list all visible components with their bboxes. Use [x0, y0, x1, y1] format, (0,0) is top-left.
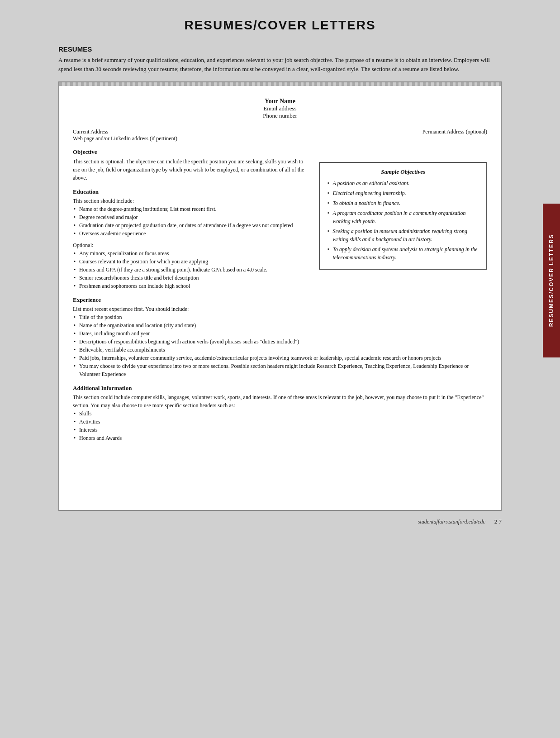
- additional-intro: This section could include computer skil…: [73, 393, 487, 409]
- list-item: Overseas academic experience: [73, 229, 310, 238]
- list-item: Honors and GPA (if they are a strong sel…: [73, 266, 310, 274]
- resume-phone: Phone number: [73, 112, 487, 119]
- experience-title: Experience: [73, 296, 487, 304]
- list-item: Activities: [73, 418, 487, 426]
- permanent-address-label: Permanent Address (optional): [422, 129, 487, 142]
- current-address-block: Current Address Web page and/or LinkedIn…: [73, 129, 177, 142]
- additional-section: Additional Information This section coul…: [73, 385, 487, 442]
- resume-right-col: Sample Objectives A position as an edito…: [319, 157, 487, 290]
- resume-template-box: Your Name Email address Phone number Cur…: [58, 81, 502, 511]
- education-list: Name of the degree-granting institutions…: [73, 205, 310, 238]
- list-item: Descriptions of responsibilities beginni…: [73, 338, 487, 346]
- list-item: Believable, verifiable accomplishments: [73, 346, 487, 354]
- list-item: You may choose to divide your experience…: [73, 362, 487, 378]
- experience-intro: List most recent experience first. You s…: [73, 305, 487, 313]
- list-item: Courses relevant to the position for whi…: [73, 257, 310, 266]
- sample-objectives-title: Sample Objectives: [326, 168, 480, 176]
- sample-objective-item: To obtain a position in finance.: [326, 199, 480, 207]
- education-title: Education: [73, 188, 310, 195]
- list-item: Degree received and major: [73, 213, 310, 221]
- list-item: Graduation date or projected graduation …: [73, 221, 310, 229]
- experience-section: Experience List most recent experience f…: [73, 296, 487, 378]
- list-item: Honors and Awards: [73, 434, 487, 442]
- education-optional-label: Optional:: [73, 241, 310, 249]
- additional-list: Skills Activities Interests Honors and A…: [73, 409, 487, 442]
- list-item: Title of the position: [73, 313, 487, 321]
- sample-objective-item: A position as an editorial assistant.: [326, 179, 480, 187]
- current-address-sub: Web page and/or LinkedIn address (if per…: [73, 135, 177, 142]
- list-item: Interests: [73, 426, 487, 434]
- list-item: Name of the organization and location (c…: [73, 321, 487, 329]
- side-tab-label: RESUMES/COVER LETTERS: [548, 234, 555, 327]
- footer-url: studentaffairs.stanford.edu/cdc: [418, 519, 485, 525]
- education-intro: This section should include:: [73, 197, 310, 205]
- resume-addresses: Current Address Web page and/or LinkedIn…: [73, 129, 487, 142]
- resumes-intro: A resume is a brief summary of your qual…: [58, 56, 502, 73]
- resume-header: Your Name Email address Phone number: [73, 98, 487, 119]
- current-address-label: Current Address: [73, 129, 177, 135]
- list-item: Dates, including month and year: [73, 329, 487, 338]
- resumes-heading: RESUMES: [58, 45, 502, 53]
- experience-list: Title of the position Name of the organi…: [73, 313, 487, 378]
- education-optional-list: Any minors, specialization or focus area…: [73, 249, 310, 290]
- objective-title: Objective: [73, 148, 487, 156]
- sample-objectives-list: A position as an editorial assistant. El…: [326, 179, 480, 262]
- sample-objective-item: To apply decision and systems analysis t…: [326, 245, 480, 262]
- list-item: Name of the degree-granting institutions…: [73, 205, 310, 213]
- side-tab: RESUMES/COVER LETTERS: [543, 204, 560, 357]
- list-item: Senior research/honors thesis title and …: [73, 274, 310, 282]
- sample-objective-item: A program coordinator position in a comm…: [326, 209, 480, 225]
- resume-email: Email address: [73, 105, 487, 112]
- sample-objective-item: Electrical engineering internship.: [326, 189, 480, 197]
- resume-left-col: This section is optional. The objective …: [73, 157, 310, 290]
- footer-page: 2 7: [494, 518, 502, 525]
- sample-objective-item: Seeking a position in museum administrat…: [326, 227, 480, 243]
- page-title: RESUMES/COVER LETTERS: [58, 18, 502, 33]
- objective-text: This section is optional. The objective …: [73, 157, 310, 182]
- page-footer: studentaffairs.stanford.edu/cdc 2 7: [58, 515, 502, 528]
- list-item: Any minors, specialization or focus area…: [73, 249, 310, 257]
- additional-title: Additional Information: [73, 385, 487, 392]
- resume-name: Your Name: [73, 98, 487, 105]
- sample-objectives-box: Sample Objectives A position as an edito…: [319, 162, 487, 270]
- list-item: Skills: [73, 409, 487, 418]
- list-item: Paid jobs, internships, volunteer commun…: [73, 354, 487, 362]
- list-item: Freshmen and sophomores can include high…: [73, 282, 310, 290]
